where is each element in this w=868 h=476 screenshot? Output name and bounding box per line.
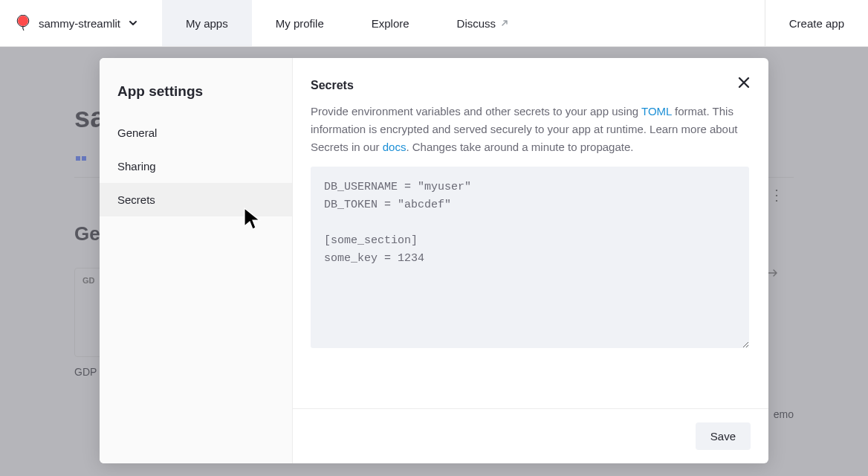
desc-text: Provide environment variables and other … — [311, 105, 641, 118]
close-button[interactable] — [734, 73, 754, 95]
toml-link[interactable]: TOML — [641, 105, 672, 118]
workspace-selector[interactable]: sammy-streamlit — [15, 0, 153, 46]
desc-text: . Changes take around a minute to propag… — [406, 141, 633, 153]
sidebar-item-sharing[interactable]: Sharing — [100, 149, 292, 183]
sidebar-item-label: Sharing — [117, 160, 156, 173]
modal-sidebar: App settings General Sharing Secrets — [100, 58, 293, 463]
sidebar-item-label: General — [117, 126, 157, 139]
nav-items: My apps My profile Explore Discuss — [162, 0, 533, 46]
nav-discuss[interactable]: Discuss — [433, 0, 534, 46]
svg-point-0 — [18, 16, 28, 26]
modal-overlay[interactable]: App settings General Sharing Secrets Sec… — [0, 47, 868, 476]
docs-link[interactable]: docs — [383, 141, 407, 153]
workspace-name: sammy-streamlit — [39, 17, 120, 30]
close-icon — [737, 79, 751, 91]
sidebar-item-secrets[interactable]: Secrets — [100, 183, 292, 216]
save-button[interactable]: Save — [696, 422, 751, 450]
modal-content: Secrets Provide environment variables an… — [293, 58, 768, 463]
nav-label: Discuss — [457, 17, 496, 30]
nav-explore[interactable]: Explore — [348, 0, 433, 46]
secrets-textarea[interactable] — [311, 167, 749, 348]
streamlit-balloon-icon — [15, 15, 31, 31]
nav-my-apps[interactable]: My apps — [162, 0, 252, 46]
sidebar-item-general[interactable]: General — [100, 116, 292, 149]
chevron-down-icon — [128, 18, 138, 28]
app-settings-modal: App settings General Sharing Secrets Sec… — [100, 58, 768, 463]
save-label: Save — [710, 430, 736, 443]
external-link-icon — [500, 19, 509, 28]
create-app-label: Create app — [789, 17, 844, 30]
secrets-heading: Secrets — [311, 79, 749, 92]
nav-label: My apps — [186, 17, 228, 30]
nav-label: Explore — [372, 17, 409, 30]
secrets-description: Provide environment variables and other … — [311, 103, 749, 156]
modal-footer: Save — [293, 408, 768, 463]
modal-title: App settings — [100, 76, 292, 116]
top-navbar: sammy-streamlit My apps My profile Explo… — [0, 0, 868, 47]
sidebar-item-label: Secrets — [117, 193, 155, 206]
nav-my-profile[interactable]: My profile — [252, 0, 348, 46]
modal-body: Secrets Provide environment variables an… — [293, 58, 768, 408]
create-app-button[interactable]: Create app — [765, 0, 868, 46]
nav-label: My profile — [276, 17, 324, 30]
